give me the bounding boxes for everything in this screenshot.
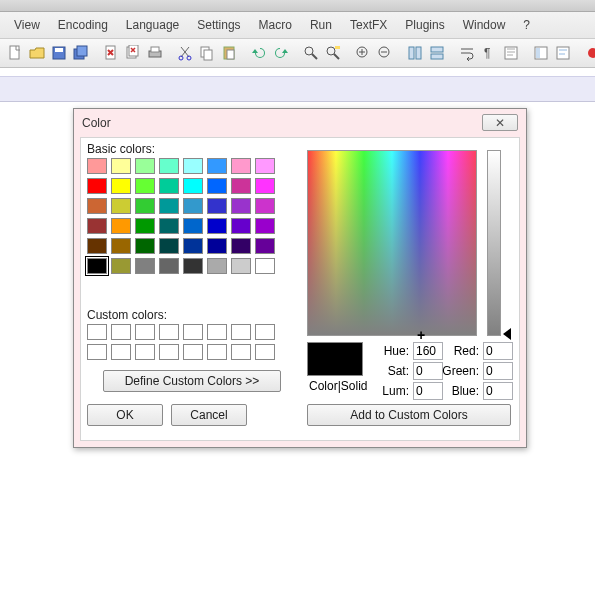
basic-swatch[interactable]	[183, 238, 203, 254]
basic-swatch[interactable]	[159, 198, 179, 214]
menu-encoding[interactable]: Encoding	[50, 16, 116, 34]
basic-swatch[interactable]	[159, 218, 179, 234]
undo-icon[interactable]	[250, 43, 268, 63]
custom-swatch[interactable]	[207, 324, 227, 340]
menu-run[interactable]: Run	[302, 16, 340, 34]
basic-swatch[interactable]	[111, 158, 131, 174]
basic-swatch[interactable]	[207, 198, 227, 214]
basic-swatch[interactable]	[87, 258, 107, 274]
basic-swatch[interactable]	[231, 178, 251, 194]
basic-swatch[interactable]	[87, 238, 107, 254]
copy-icon[interactable]	[198, 43, 216, 63]
basic-swatch[interactable]	[207, 238, 227, 254]
open-file-icon[interactable]	[28, 43, 46, 63]
basic-swatch[interactable]	[159, 178, 179, 194]
custom-swatch[interactable]	[255, 344, 275, 360]
paste-icon[interactable]	[220, 43, 238, 63]
menu-settings[interactable]: Settings	[189, 16, 248, 34]
basic-swatch[interactable]	[231, 238, 251, 254]
basic-swatch[interactable]	[111, 218, 131, 234]
menu-window[interactable]: Window	[455, 16, 514, 34]
custom-swatch[interactable]	[159, 324, 179, 340]
basic-swatch[interactable]	[87, 218, 107, 234]
basic-swatch[interactable]	[255, 258, 275, 274]
basic-swatch[interactable]	[207, 158, 227, 174]
basic-swatch[interactable]	[135, 238, 155, 254]
basic-swatch[interactable]	[231, 218, 251, 234]
custom-swatch[interactable]	[111, 324, 131, 340]
basic-swatch[interactable]	[183, 178, 203, 194]
custom-swatch[interactable]	[111, 344, 131, 360]
basic-swatch[interactable]	[255, 198, 275, 214]
basic-swatch[interactable]	[135, 198, 155, 214]
ok-button[interactable]: OK	[87, 404, 163, 426]
basic-swatch[interactable]	[231, 258, 251, 274]
custom-swatch[interactable]	[87, 344, 107, 360]
basic-swatch[interactable]	[111, 238, 131, 254]
basic-swatch[interactable]	[183, 218, 203, 234]
func-list-icon[interactable]	[554, 43, 572, 63]
basic-swatch[interactable]	[255, 218, 275, 234]
blue-input[interactable]	[483, 382, 513, 400]
sync-v-icon[interactable]	[406, 43, 424, 63]
basic-swatch[interactable]	[183, 198, 203, 214]
custom-swatch[interactable]	[231, 344, 251, 360]
doc-map-icon[interactable]	[532, 43, 550, 63]
add-custom-button[interactable]: Add to Custom Colors	[307, 404, 511, 426]
new-file-icon[interactable]	[6, 43, 24, 63]
basic-swatch[interactable]	[87, 198, 107, 214]
indent-guide-icon[interactable]	[502, 43, 520, 63]
basic-swatch[interactable]	[231, 158, 251, 174]
basic-swatch[interactable]	[231, 198, 251, 214]
basic-swatch[interactable]	[135, 158, 155, 174]
red-input[interactable]	[483, 342, 513, 360]
basic-swatch[interactable]	[207, 258, 227, 274]
basic-swatch[interactable]	[159, 238, 179, 254]
replace-icon[interactable]	[324, 43, 342, 63]
define-custom-button[interactable]: Define Custom Colors >>	[103, 370, 281, 392]
menu-plugins[interactable]: Plugins	[397, 16, 452, 34]
custom-swatch[interactable]	[255, 324, 275, 340]
redo-icon[interactable]	[272, 43, 290, 63]
basic-swatch[interactable]	[87, 158, 107, 174]
basic-swatch[interactable]	[207, 218, 227, 234]
close-all-icon[interactable]	[124, 43, 142, 63]
custom-swatch[interactable]	[159, 344, 179, 360]
basic-swatch[interactable]	[183, 158, 203, 174]
basic-swatch[interactable]	[135, 178, 155, 194]
custom-swatch[interactable]	[183, 344, 203, 360]
custom-swatch[interactable]	[231, 324, 251, 340]
basic-swatch[interactable]	[135, 218, 155, 234]
custom-swatch[interactable]	[183, 324, 203, 340]
basic-swatch[interactable]	[183, 258, 203, 274]
zoom-in-icon[interactable]	[354, 43, 372, 63]
menu-language[interactable]: Language	[118, 16, 187, 34]
dialog-close-button[interactable]: ✕	[482, 114, 518, 131]
custom-swatch[interactable]	[207, 344, 227, 360]
basic-swatch[interactable]	[207, 178, 227, 194]
menu-textfx[interactable]: TextFX	[342, 16, 395, 34]
record-icon[interactable]	[584, 43, 595, 63]
basic-swatch[interactable]	[159, 258, 179, 274]
basic-swatch[interactable]	[255, 158, 275, 174]
basic-swatch[interactable]	[159, 158, 179, 174]
custom-swatch[interactable]	[135, 324, 155, 340]
sync-h-icon[interactable]	[428, 43, 446, 63]
menu-view[interactable]: View	[6, 16, 48, 34]
close-icon[interactable]	[102, 43, 120, 63]
basic-swatch[interactable]	[111, 178, 131, 194]
basic-swatch[interactable]	[255, 178, 275, 194]
custom-swatch[interactable]	[135, 344, 155, 360]
cut-icon[interactable]	[176, 43, 194, 63]
custom-swatch[interactable]	[87, 324, 107, 340]
zoom-out-icon[interactable]	[376, 43, 394, 63]
basic-swatch[interactable]	[255, 238, 275, 254]
find-icon[interactable]	[302, 43, 320, 63]
hidden-chars-icon[interactable]: ¶	[480, 43, 498, 63]
save-icon[interactable]	[50, 43, 68, 63]
basic-swatch[interactable]	[87, 178, 107, 194]
color-spectrum[interactable]	[307, 150, 477, 336]
basic-swatch[interactable]	[111, 258, 131, 274]
save-all-icon[interactable]	[72, 43, 90, 63]
menu-macro[interactable]: Macro	[251, 16, 300, 34]
